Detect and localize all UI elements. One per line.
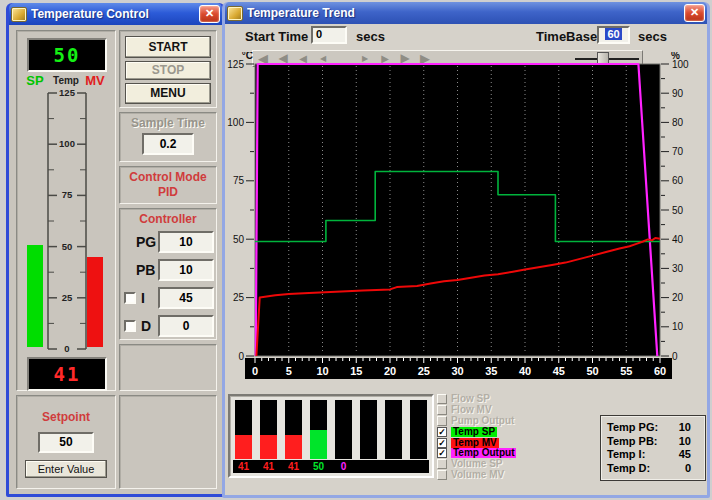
bar-fill-1 xyxy=(235,435,252,459)
legend-row-temp-mv: ✓Temp MV xyxy=(437,437,562,448)
menu-button[interactable]: MENU xyxy=(125,83,211,104)
enter-value-button[interactable]: Enter Value xyxy=(25,460,107,478)
legend-row-flow-sp: Flow SP xyxy=(437,394,562,405)
svg-text:70: 70 xyxy=(672,146,684,157)
close-icon[interactable]: ✕ xyxy=(684,4,705,22)
svg-text:50: 50 xyxy=(233,234,245,245)
svg-text:0: 0 xyxy=(672,351,678,362)
app-icon xyxy=(227,6,243,21)
legend-checkbox-temp-sp[interactable]: ✓ xyxy=(437,427,447,437)
empty-group xyxy=(119,395,217,489)
temperature-control-window: Temperature Control ✕ 50 SP Temp MV 0255… xyxy=(6,3,225,497)
control-titlebar[interactable]: Temperature Control ✕ xyxy=(9,3,222,25)
control-mode-value: PID xyxy=(120,185,216,199)
close-icon[interactable]: ✕ xyxy=(199,5,220,23)
legend-checkbox-volume-mv[interactable] xyxy=(437,470,447,480)
legend-checkbox-volume-sp[interactable] xyxy=(437,459,447,469)
info-temp-i: Temp I:45 xyxy=(607,448,699,462)
info-temp-pg: Temp PG:10 xyxy=(607,421,699,435)
d-checkbox[interactable] xyxy=(124,320,136,332)
info-value: 10 xyxy=(665,421,691,435)
pg-label: PG xyxy=(136,234,156,250)
legend-label-temp-mv: Temp MV xyxy=(451,438,499,448)
svg-text:75: 75 xyxy=(62,189,73,200)
d-label: D xyxy=(141,318,151,334)
trend-titlebar[interactable]: Temperature Trend ✕ xyxy=(225,2,707,24)
desktop: Temperature Control ✕ 50 SP Temp MV 0255… xyxy=(0,0,712,500)
stop-button[interactable]: STOP xyxy=(125,61,211,80)
legend-row-volume-sp: Volume SP xyxy=(437,459,562,470)
bar-2 xyxy=(260,400,277,459)
legend-label-pump-output: Pump Output xyxy=(451,416,514,426)
svg-text:20: 20 xyxy=(384,365,396,377)
controller-row-pg: PG10 xyxy=(124,231,212,255)
bar-value-6 xyxy=(360,460,377,473)
controller-group: Controller PG10PB10I45D0 xyxy=(119,208,217,340)
svg-text:75: 75 xyxy=(233,175,245,186)
legend-row-pump-output: Pump Output xyxy=(437,416,562,427)
info-label: Temp D: xyxy=(607,462,665,476)
sample-time-group: Sample Time 0.2 xyxy=(119,112,217,162)
pg-field[interactable]: 10 xyxy=(158,231,214,253)
bar-value-8 xyxy=(410,460,427,473)
pb-field[interactable]: 10 xyxy=(158,259,214,281)
legend-row-volume-mv: Volume MV xyxy=(437,470,562,481)
bar-value-2: 41 xyxy=(260,460,277,473)
gauge-panel: 50 SP Temp MV 0255075100125 41 xyxy=(16,30,116,391)
i-field[interactable]: 45 xyxy=(158,287,214,309)
svg-text:50: 50 xyxy=(62,241,73,252)
svg-text:0: 0 xyxy=(252,365,258,377)
svg-text:50: 50 xyxy=(672,205,684,216)
controller-info-box: Temp PG:10Temp PB:10Temp I:45Temp D:0 xyxy=(600,415,706,481)
sample-time-field[interactable]: 0.2 xyxy=(142,133,194,155)
svg-text:30: 30 xyxy=(451,365,463,377)
svg-text:0: 0 xyxy=(238,351,244,362)
legend-label-volume-sp: Volume SP xyxy=(451,459,503,469)
timebase-field[interactable]: 60 xyxy=(597,26,630,44)
i-label: I xyxy=(141,290,145,306)
legend-label-temp-output: Temp Output xyxy=(451,448,516,458)
bar-6 xyxy=(360,400,377,459)
svg-text:80: 80 xyxy=(672,117,684,128)
svg-text:40: 40 xyxy=(519,365,531,377)
temperature-scale: 0255075100125 xyxy=(45,89,89,353)
bar-fill-3 xyxy=(285,435,302,459)
svg-text:0: 0 xyxy=(64,343,69,353)
svg-text:5: 5 xyxy=(286,365,292,377)
timebase-label: TimeBase xyxy=(536,29,597,44)
bar-fill-2 xyxy=(260,435,277,459)
legend-checkbox-temp-output[interactable]: ✓ xyxy=(437,448,447,458)
legend-checkbox-pump-output[interactable] xyxy=(437,416,447,426)
control-window-body: 50 SP Temp MV 0255075100125 41 START STO… xyxy=(9,25,222,494)
bar-1 xyxy=(235,400,252,459)
timebase-unit: secs xyxy=(638,29,667,44)
bar-value-1: 41 xyxy=(235,460,252,473)
setpoint-field[interactable]: 50 xyxy=(38,432,94,453)
legend-row-temp-sp: ✓Temp SP xyxy=(437,426,562,437)
buttons-panel: START STOP MENU xyxy=(119,30,217,108)
app-icon xyxy=(11,7,27,22)
start-button[interactable]: START xyxy=(125,36,211,58)
start-time-field[interactable]: 0 xyxy=(311,26,347,44)
legend-checkbox-temp-mv[interactable]: ✓ xyxy=(437,438,447,448)
legend-checkbox-flow-mv[interactable] xyxy=(437,405,447,415)
legend-row-flow-mv: Flow MV xyxy=(437,405,562,416)
svg-text:35: 35 xyxy=(485,365,497,377)
i-checkbox[interactable] xyxy=(124,292,136,304)
controller-row-i: I45 xyxy=(124,287,212,311)
svg-text:125: 125 xyxy=(59,89,76,98)
svg-text:100: 100 xyxy=(59,138,75,149)
bar-fill-4 xyxy=(310,430,327,460)
empty-group xyxy=(119,344,217,391)
svg-text:60: 60 xyxy=(654,365,666,377)
legend-checkbox-flow-sp[interactable] xyxy=(437,394,447,404)
info-value: 10 xyxy=(665,435,691,449)
svg-text:50: 50 xyxy=(586,365,598,377)
svg-text:10: 10 xyxy=(316,365,328,377)
d-field[interactable]: 0 xyxy=(158,315,214,337)
timebase-selected-text: 60 xyxy=(605,28,621,40)
svg-text:15: 15 xyxy=(350,365,362,377)
setpoint-label: Setpoint xyxy=(17,410,115,424)
svg-text:25: 25 xyxy=(62,292,73,303)
svg-text:40: 40 xyxy=(672,234,684,245)
